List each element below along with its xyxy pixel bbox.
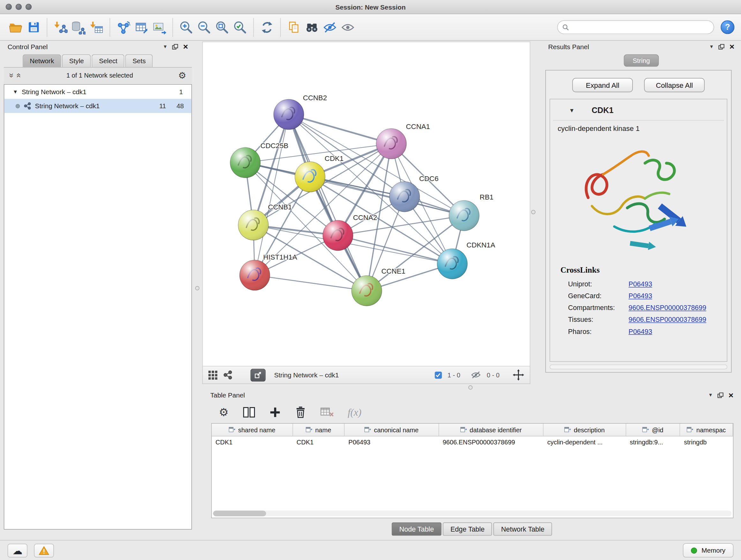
section-collapse-icon[interactable]: ▼ bbox=[569, 107, 575, 114]
node-CCNA1[interactable] bbox=[376, 129, 407, 159]
splitter-handle[interactable] bbox=[468, 385, 473, 389]
warnings-button[interactable] bbox=[34, 543, 54, 557]
node-RB1[interactable] bbox=[449, 200, 479, 231]
table-settings-gear-icon[interactable]: ⚙ bbox=[219, 407, 229, 418]
node-CDC25B[interactable] bbox=[230, 147, 260, 178]
network-canvas[interactable]: CCNB2CCNA1CDC25BCDK1CDC6RB1CCNB1CCNA2CDK… bbox=[202, 42, 530, 366]
column-header-description[interactable]: description bbox=[543, 424, 626, 436]
minimize-window-button[interactable] bbox=[16, 4, 22, 10]
new-table-icon[interactable] bbox=[132, 17, 150, 37]
add-column-icon[interactable] bbox=[269, 407, 281, 418]
copy-document-icon[interactable] bbox=[285, 17, 303, 37]
hide-selected-icon[interactable] bbox=[321, 17, 339, 37]
help-icon[interactable]: ? bbox=[721, 20, 734, 34]
results-scrollbar[interactable] bbox=[549, 365, 727, 369]
apply-function-icon[interactable]: f(x) bbox=[347, 407, 361, 418]
splitter-handle[interactable] bbox=[195, 286, 199, 290]
node-CDC6[interactable] bbox=[389, 182, 420, 212]
expand-all-button[interactable]: Expand All bbox=[572, 78, 633, 92]
export-image-icon[interactable] bbox=[150, 17, 168, 37]
tab-style[interactable]: Style bbox=[62, 54, 91, 67]
close-icon[interactable]: × bbox=[730, 43, 735, 51]
tree-expand-icon[interactable]: ▼ bbox=[13, 89, 18, 95]
zoom-in-icon[interactable] bbox=[177, 17, 195, 37]
node-CDKN1A[interactable] bbox=[437, 249, 468, 279]
maximize-window-button[interactable] bbox=[25, 4, 31, 10]
table-cell[interactable]: stringdb bbox=[680, 436, 733, 449]
splitter-handle[interactable] bbox=[531, 210, 536, 214]
node-CDK1[interactable] bbox=[295, 162, 325, 192]
selected-checkbox-icon[interactable] bbox=[434, 371, 442, 378]
crosslink-tissues-link[interactable]: 9606.ENSP00000378699 bbox=[629, 316, 706, 323]
table-cell[interactable]: P06493 bbox=[345, 436, 439, 449]
network-row-selected[interactable]: String Network – cdk1 11 48 bbox=[4, 99, 191, 113]
tab-edge-table[interactable]: Edge Table bbox=[443, 522, 492, 536]
crosslink-genecard-link[interactable]: P06493 bbox=[629, 292, 652, 300]
panel-menu-icon[interactable]: ▼ bbox=[708, 393, 713, 398]
crosslink-pharos-link[interactable]: P06493 bbox=[629, 327, 652, 335]
search-input[interactable] bbox=[572, 23, 709, 30]
birdseye-view-icon[interactable] bbox=[223, 370, 232, 380]
edge-CCNB2-CCNA1[interactable] bbox=[289, 114, 391, 144]
search-box[interactable] bbox=[557, 20, 714, 34]
column-header-databaseidentifier[interactable]: database identifier bbox=[439, 424, 543, 436]
panel-menu-icon[interactable]: ▼ bbox=[163, 44, 167, 49]
tab-select[interactable]: Select bbox=[92, 54, 125, 67]
collapse-all-button[interactable]: Collapse All bbox=[644, 78, 704, 92]
import-network-from-database-icon[interactable] bbox=[70, 17, 87, 37]
pan-crosshair-icon[interactable] bbox=[513, 369, 524, 381]
edge-CCNB2-CCNE1[interactable] bbox=[289, 114, 367, 291]
open-session-icon[interactable] bbox=[7, 17, 24, 37]
table-cell[interactable]: CDK1 bbox=[212, 436, 293, 449]
import-table-from-file-icon[interactable] bbox=[87, 17, 105, 37]
clone-network-icon[interactable] bbox=[114, 17, 132, 37]
close-icon[interactable]: × bbox=[729, 391, 734, 400]
tab-network[interactable]: Network bbox=[23, 54, 61, 67]
close-icon[interactable]: × bbox=[183, 43, 188, 51]
network-collection-row[interactable]: ▼ String Network – cdk1 1 bbox=[4, 84, 191, 99]
clear-table-icon[interactable] bbox=[320, 407, 333, 418]
horizontal-scrollbar[interactable] bbox=[213, 510, 732, 516]
table-cell[interactable]: stringdb:9... bbox=[626, 436, 680, 449]
split-columns-icon[interactable] bbox=[243, 407, 255, 418]
panel-menu-icon[interactable]: ▼ bbox=[709, 44, 714, 49]
delete-column-icon[interactable] bbox=[295, 406, 307, 419]
column-header-id[interactable]: @id bbox=[626, 424, 680, 436]
zoom-fit-content-icon[interactable] bbox=[213, 17, 231, 37]
edge-CDK1-RB1[interactable] bbox=[310, 177, 464, 215]
gear-icon[interactable]: ⚙ bbox=[178, 71, 186, 80]
open-in-new-window-button[interactable] bbox=[251, 368, 266, 381]
crosslink-compartments-link[interactable]: 9606.ENSP00000378699 bbox=[629, 304, 706, 311]
column-header-namespac[interactable]: namespac bbox=[680, 424, 733, 436]
scrollbar-thumb[interactable] bbox=[213, 510, 266, 516]
column-header-sharedname[interactable]: shared name bbox=[212, 424, 293, 436]
node-CCNB2[interactable] bbox=[273, 99, 304, 130]
node-CCNA2[interactable] bbox=[323, 220, 353, 251]
column-header-name[interactable]: name bbox=[293, 424, 344, 436]
expand-all-icon[interactable]: « bbox=[15, 73, 23, 78]
zoom-selected-icon[interactable] bbox=[231, 17, 249, 37]
table-cell[interactable]: cyclin-dependent ... bbox=[543, 436, 626, 449]
import-network-from-file-icon[interactable] bbox=[51, 17, 69, 37]
crosslink-uniprot-link[interactable]: P06493 bbox=[629, 280, 652, 288]
tab-node-table[interactable]: Node Table bbox=[392, 522, 442, 536]
float-window-icon[interactable] bbox=[172, 44, 179, 50]
tab-network-table[interactable]: Network Table bbox=[494, 522, 552, 536]
edge-HIST1H1A-CCNE1[interactable] bbox=[255, 275, 367, 291]
close-window-button[interactable] bbox=[6, 4, 12, 10]
node-CCNE1[interactable] bbox=[352, 275, 382, 306]
column-header-canonicalname[interactable]: canonical name bbox=[345, 424, 439, 436]
save-session-icon[interactable] bbox=[24, 17, 43, 37]
node-CCNB1[interactable] bbox=[238, 210, 268, 240]
tab-sets[interactable]: Sets bbox=[125, 54, 153, 67]
float-window-icon[interactable] bbox=[719, 44, 725, 50]
tab-string[interactable]: String bbox=[623, 54, 659, 67]
table-cell[interactable]: 9606.ENSP00000378699 bbox=[439, 436, 543, 449]
memory-button[interactable]: Memory bbox=[683, 543, 734, 557]
edge-CCNB2-HIST1H1A[interactable] bbox=[255, 114, 289, 275]
show-all-icon[interactable] bbox=[339, 17, 357, 37]
cloud-button[interactable]: ☁ bbox=[8, 543, 27, 557]
float-window-icon[interactable] bbox=[718, 392, 724, 398]
grid-view-icon[interactable] bbox=[208, 370, 217, 379]
zoom-out-icon[interactable] bbox=[195, 17, 213, 37]
